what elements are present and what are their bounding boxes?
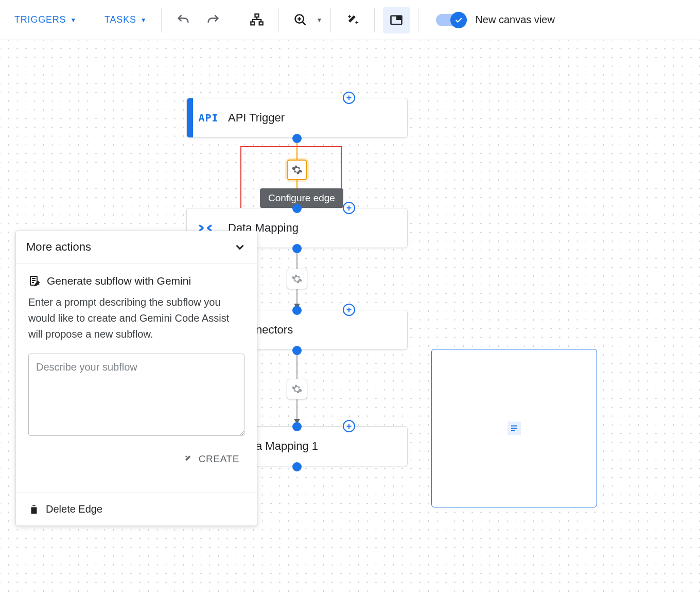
create-label: CREATE xyxy=(199,453,239,465)
gemini-description: Enter a prompt describing the subflow yo… xyxy=(28,294,244,342)
node-label: API Trigger xyxy=(224,111,285,125)
connector-dot[interactable] xyxy=(292,134,302,143)
canvas[interactable]: API API Trigger + Configure edge Data Ma… xyxy=(0,40,700,597)
connector-dot[interactable] xyxy=(292,462,302,471)
node-api-trigger[interactable]: API API Trigger xyxy=(186,98,408,138)
svg-rect-1 xyxy=(251,22,255,25)
undo-button[interactable] xyxy=(170,7,197,33)
node-label: a Mapping 1 xyxy=(256,440,318,453)
magic-wand-button[interactable] xyxy=(339,7,366,33)
triggers-label: TRIGGERS xyxy=(14,14,66,25)
minimap-button[interactable] xyxy=(383,7,410,33)
svg-rect-5 xyxy=(397,17,401,20)
connector-dot[interactable] xyxy=(292,244,302,253)
document-edit-icon xyxy=(28,275,41,287)
connector-dot[interactable] xyxy=(292,306,302,315)
divider xyxy=(278,8,279,32)
toolbar: TRIGGERS ▼ TASKS ▼ ▼ New canvas view xyxy=(0,0,700,40)
svg-rect-0 xyxy=(255,14,259,17)
trash-icon xyxy=(28,504,40,515)
divider xyxy=(374,8,375,32)
add-before-button[interactable]: + xyxy=(343,92,355,104)
divider xyxy=(418,8,418,32)
svg-rect-2 xyxy=(259,22,263,25)
redo-button[interactable] xyxy=(200,7,226,33)
panel-title: More actions xyxy=(26,240,91,254)
more-actions-panel: More actions Generate subflow with Gemin… xyxy=(15,231,257,526)
minimap-panel[interactable] xyxy=(431,349,597,507)
tasks-label: TASKS xyxy=(104,14,136,25)
delete-edge-button[interactable]: Delete Edge xyxy=(16,493,257,525)
divider xyxy=(235,8,235,32)
connector-dot[interactable] xyxy=(292,346,302,355)
delete-label: Delete Edge xyxy=(46,503,102,515)
panel-section: Generate subflow with Gemini Enter a pro… xyxy=(16,264,257,479)
add-before-button[interactable]: + xyxy=(343,202,355,214)
configure-edge-tooltip: Configure edge xyxy=(260,188,343,208)
api-icon: API xyxy=(193,112,224,124)
gemini-heading: Generate subflow with Gemini xyxy=(28,275,244,287)
toggle-knob xyxy=(450,12,467,28)
toggle-label: New canvas view xyxy=(475,14,555,26)
caret-down-icon[interactable]: ▼ xyxy=(316,16,322,24)
magic-wand-icon xyxy=(183,454,194,464)
node-accent xyxy=(187,98,193,137)
triggers-dropdown[interactable]: TRIGGERS ▼ xyxy=(8,10,83,29)
connector-dot[interactable] xyxy=(292,204,302,213)
layout-button[interactable] xyxy=(243,7,270,33)
tasks-dropdown[interactable]: TASKS ▼ xyxy=(98,10,153,29)
gemini-title: Generate subflow with Gemini xyxy=(47,275,191,287)
node-label: nectors xyxy=(256,323,293,337)
caret-down-icon: ▼ xyxy=(141,16,147,24)
add-before-button[interactable]: + xyxy=(343,420,355,432)
zoom-group: ▼ xyxy=(287,7,322,33)
configure-edge-button[interactable] xyxy=(287,379,307,399)
chevron-down-icon xyxy=(233,240,247,254)
configure-edge-button[interactable] xyxy=(287,160,307,180)
divider xyxy=(161,8,162,32)
zoom-in-button[interactable] xyxy=(287,7,314,33)
create-button[interactable]: CREATE xyxy=(178,449,244,469)
minimap-icon xyxy=(507,422,521,435)
divider xyxy=(330,8,331,32)
connector-dot[interactable] xyxy=(292,422,302,431)
add-before-button[interactable]: + xyxy=(343,304,355,316)
configure-edge-button[interactable] xyxy=(287,269,307,289)
panel-header[interactable]: More actions xyxy=(16,231,257,264)
subflow-prompt-input[interactable] xyxy=(28,354,244,436)
caret-down-icon: ▼ xyxy=(70,16,77,24)
canvas-view-toggle[interactable] xyxy=(436,14,465,26)
